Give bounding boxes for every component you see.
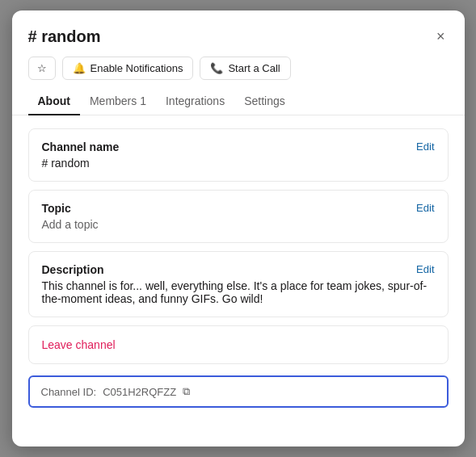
call-label: Start a Call	[228, 62, 280, 74]
topic-label: Topic	[42, 202, 71, 215]
tab-content: Channel name Edit # random Topic Edit Ad…	[12, 115, 465, 447]
channel-id-label: Channel ID:	[41, 386, 97, 398]
topic-card: Topic Edit Add a topic	[28, 190, 449, 243]
close-icon: ×	[436, 28, 445, 45]
channel-name-label: Channel name	[42, 140, 120, 153]
tab-integrations[interactable]: Integrations	[156, 88, 234, 115]
modal-header: # random ×	[12, 10, 465, 57]
description-card: Description Edit This channel is for... …	[28, 251, 449, 317]
close-button[interactable]: ×	[433, 25, 449, 48]
star-icon: ☆	[37, 62, 47, 74]
topic-placeholder: Add a topic	[42, 218, 435, 231]
card-header: Topic Edit	[42, 202, 435, 215]
card-header: Channel name Edit	[42, 140, 435, 153]
leave-channel-button[interactable]: Leave channel	[42, 338, 116, 351]
copy-icon[interactable]: ⧉	[183, 385, 190, 398]
tab-settings[interactable]: Settings	[234, 88, 295, 115]
channel-id-box: Channel ID: C051H2RQFZZ ⧉	[28, 375, 449, 408]
tabs: About Members 1 Integrations Settings	[12, 88, 465, 115]
tab-members[interactable]: Members 1	[80, 88, 156, 115]
topic-edit-button[interactable]: Edit	[416, 202, 434, 214]
channel-name-edit-button[interactable]: Edit	[416, 140, 434, 153]
star-button[interactable]: ☆	[28, 57, 56, 80]
start-call-button[interactable]: 📞 Start a Call	[200, 57, 290, 80]
channel-id-value: C051H2RQFZZ	[103, 386, 176, 398]
phone-icon: 📞	[210, 62, 223, 74]
bell-icon: 🔔	[73, 62, 86, 74]
toolbar: ☆ 🔔 Enable Notifications 📞 Start a Call	[12, 57, 465, 88]
tab-about[interactable]: About	[28, 88, 80, 115]
description-edit-button[interactable]: Edit	[416, 263, 434, 275]
description-label: Description	[42, 263, 104, 276]
enable-notifications-button[interactable]: 🔔 Enable Notifications	[62, 57, 194, 80]
leave-channel-card: Leave channel	[28, 325, 449, 364]
notifications-label: Enable Notifications	[91, 62, 183, 74]
modal: # random × ☆ 🔔 Enable Notifications 📞 St…	[12, 10, 465, 447]
description-value: This channel is for... well, everything …	[42, 279, 435, 305]
modal-title: # random	[28, 27, 101, 46]
channel-name-value: # random	[42, 157, 435, 170]
channel-name-card: Channel name Edit # random	[28, 128, 449, 182]
card-header: Description Edit	[42, 263, 435, 276]
